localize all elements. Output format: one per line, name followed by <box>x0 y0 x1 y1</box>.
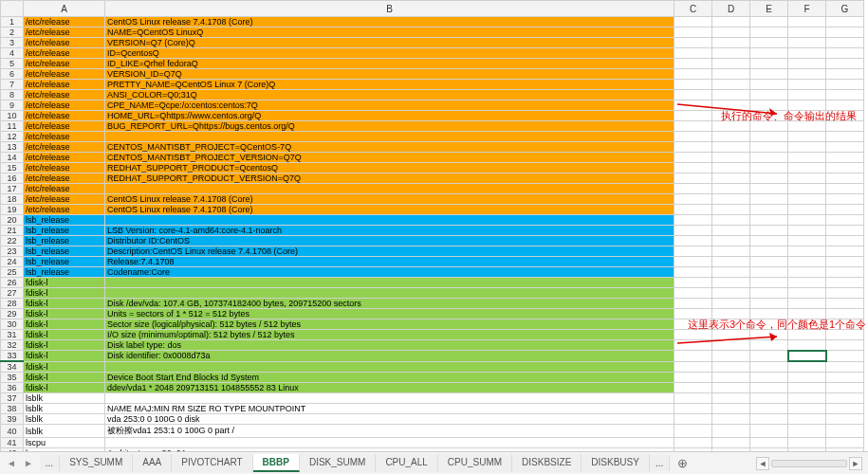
cell[interactable] <box>826 340 864 351</box>
cell[interactable] <box>826 153 864 163</box>
cell[interactable]: lsb_release <box>24 215 105 226</box>
cell[interactable] <box>826 438 864 448</box>
cell[interactable] <box>674 278 712 288</box>
cell[interactable] <box>712 173 750 184</box>
cell[interactable] <box>712 361 750 373</box>
row-header[interactable]: 12 <box>1 132 24 142</box>
cell[interactable] <box>674 236 712 246</box>
cell[interactable]: lsblk <box>24 393 105 404</box>
cell[interactable]: Description:CentOS Linux release 7.4.170… <box>105 246 674 257</box>
cell[interactable] <box>826 205 864 215</box>
cell[interactable]: CENTOS_MANTISBT_PROJECT=QCentOS-7Q <box>105 142 674 153</box>
cell[interactable] <box>826 288 864 299</box>
row-header[interactable]: 29 <box>1 309 24 319</box>
row-header[interactable]: 3 <box>1 38 24 48</box>
cell[interactable]: /etc/release <box>24 121 105 132</box>
cell[interactable] <box>826 267 864 278</box>
cell[interactable] <box>674 414 712 425</box>
cell[interactable]: I/O size (minimum/optimal): 512 bytes / … <box>105 330 674 340</box>
cell[interactable] <box>750 142 788 153</box>
cell[interactable] <box>788 27 826 38</box>
cell[interactable] <box>826 48 864 59</box>
cell[interactable] <box>750 373 788 383</box>
cell[interactable] <box>826 414 864 425</box>
cell[interactable] <box>712 163 750 173</box>
cell[interactable]: VERSION=Q7 (Core)Q <box>105 38 674 48</box>
cell[interactable]: BUG_REPORT_URL=Qhttps://bugs.centos.org/… <box>105 121 674 132</box>
cell[interactable] <box>105 288 674 299</box>
cell[interactable] <box>712 194 750 205</box>
cell[interactable] <box>826 173 864 184</box>
cell[interactable] <box>674 205 712 215</box>
cell[interactable] <box>788 340 826 351</box>
cell[interactable] <box>750 288 788 299</box>
cell[interactable] <box>750 59 788 69</box>
cell[interactable]: 被粉擦vda1 253:1 0 100G 0 part / <box>105 425 674 438</box>
cell[interactable] <box>826 425 864 438</box>
cell[interactable]: /etc/release <box>24 132 105 142</box>
tab-ellipsis[interactable]: ... <box>40 455 60 471</box>
cell[interactable] <box>674 404 712 414</box>
cell[interactable] <box>712 226 750 236</box>
cell[interactable] <box>105 215 674 226</box>
row-header[interactable]: 13 <box>1 142 24 153</box>
cell[interactable] <box>750 278 788 288</box>
cell[interactable] <box>826 69 864 80</box>
cell[interactable]: /etc/release <box>24 194 105 205</box>
cell[interactable] <box>712 278 750 288</box>
cell[interactable] <box>750 132 788 142</box>
cell[interactable]: ID=QcentosQ <box>105 48 674 59</box>
cell[interactable] <box>826 361 864 373</box>
row-header[interactable]: 38 <box>1 404 24 414</box>
select-all-corner[interactable] <box>1 1 24 17</box>
cell[interactable] <box>674 153 712 163</box>
cell[interactable] <box>826 90 864 100</box>
cell[interactable] <box>788 257 826 267</box>
cell[interactable] <box>826 404 864 414</box>
cell[interactable]: /etc/release <box>24 142 105 153</box>
cell[interactable] <box>750 38 788 48</box>
cell[interactable] <box>826 393 864 404</box>
row-header[interactable]: 18 <box>1 194 24 205</box>
col-header-G[interactable]: G <box>826 1 864 17</box>
cell[interactable]: Disk identifier: 0x0008d73a <box>105 351 674 362</box>
cell[interactable] <box>788 226 826 236</box>
cell[interactable] <box>788 173 826 184</box>
cell[interactable] <box>788 278 826 288</box>
cell[interactable] <box>750 425 788 438</box>
cell[interactable] <box>674 215 712 226</box>
cell[interactable] <box>105 361 674 373</box>
row-header[interactable]: 7 <box>1 80 24 90</box>
scroll-right[interactable]: ► <box>849 457 862 470</box>
cell[interactable] <box>674 59 712 69</box>
row-header[interactable]: 14 <box>1 153 24 163</box>
row-header[interactable]: 1 <box>1 17 24 27</box>
cell[interactable] <box>788 205 826 215</box>
cell[interactable] <box>750 236 788 246</box>
scroll-track[interactable] <box>771 460 847 467</box>
cell[interactable] <box>826 17 864 27</box>
cell[interactable] <box>750 404 788 414</box>
cell[interactable] <box>674 163 712 173</box>
cell[interactable] <box>788 267 826 278</box>
cell[interactable] <box>826 257 864 267</box>
cell[interactable] <box>674 17 712 27</box>
cell[interactable] <box>712 257 750 267</box>
cell[interactable] <box>750 257 788 267</box>
cell[interactable] <box>674 288 712 299</box>
cell[interactable] <box>788 163 826 173</box>
cell[interactable]: fdisk-l <box>24 361 105 373</box>
row-header[interactable]: 27 <box>1 288 24 299</box>
cell[interactable] <box>712 215 750 226</box>
cell[interactable]: /etc/release <box>24 163 105 173</box>
scroll-left[interactable]: ◄ <box>756 457 769 470</box>
row-header[interactable]: 21 <box>1 226 24 236</box>
sheet-tab-diskbusy[interactable]: DISKBUSY <box>582 454 650 472</box>
row-header[interactable]: 25 <box>1 267 24 278</box>
cell[interactable] <box>788 236 826 246</box>
cell[interactable]: fdisk-l <box>24 278 105 288</box>
cell[interactable] <box>712 205 750 215</box>
cell[interactable] <box>712 299 750 309</box>
cell[interactable]: fdisk-l <box>24 288 105 299</box>
cell[interactable] <box>750 361 788 373</box>
